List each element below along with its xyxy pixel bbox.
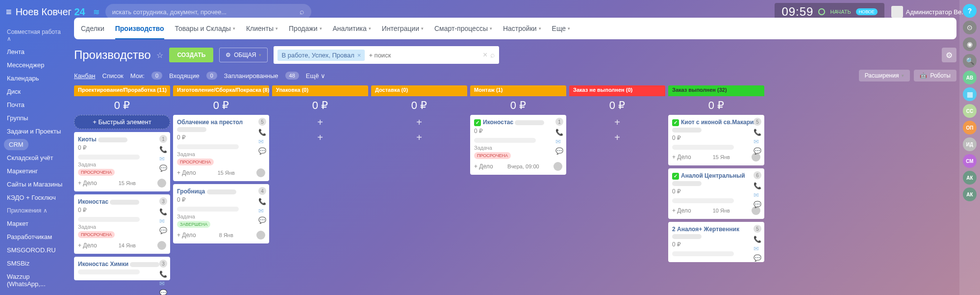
quick-add-button[interactable]: + Быстрый элемент: [74, 115, 170, 129]
card-action-icon[interactable]: 📞: [258, 129, 266, 136]
add-activity-button[interactable]: + Дело: [78, 180, 97, 187]
card-title[interactable]: Киоты: [78, 136, 166, 143]
robots-button[interactable]: 🤖Роботы: [914, 70, 956, 81]
card-action-icon[interactable]: ✉: [258, 138, 266, 145]
card-action-icon[interactable]: 💬: [258, 216, 266, 224]
rail-button[interactable]: АК: [963, 188, 977, 201]
card-action-icon[interactable]: 📞: [555, 129, 563, 136]
sidebar-item[interactable]: Почта: [0, 98, 71, 111]
add-activity-button[interactable]: + Дело: [672, 154, 691, 161]
add-activity-button[interactable]: + Дело: [672, 207, 691, 214]
add-card-button[interactable]: +: [371, 115, 467, 130]
sidebar-item[interactable]: Wazzup (WhatsApp,...: [0, 270, 71, 291]
sidebar-item[interactable]: КЭДО + Госключ: [0, 191, 71, 204]
tab-5[interactable]: Аналитика▾: [333, 25, 371, 32]
sidebar-item[interactable]: Диск: [0, 85, 71, 98]
kanban-card[interactable]: Иконостас Химки 3📞✉💬: [74, 257, 170, 280]
add-card-button[interactable]: +: [569, 130, 665, 145]
rail-button[interactable]: ⊙: [963, 21, 977, 34]
sidebar-item[interactable]: Приложения ∧: [0, 204, 71, 217]
search-icon[interactable]: ⌕: [300, 7, 304, 16]
sidebar-item[interactable]: SMSBiz: [0, 257, 71, 270]
hamburger-icon[interactable]: ≡: [6, 6, 12, 18]
add-activity-button[interactable]: + Дело: [177, 232, 196, 239]
card-action-icon[interactable]: 📞: [159, 270, 167, 278]
card-action-icon[interactable]: 📞: [258, 198, 266, 205]
search-icon[interactable]: ⌕: [490, 51, 495, 59]
extensions-button[interactable]: Расширения▾: [859, 70, 910, 81]
add-card-button[interactable]: +: [272, 115, 368, 130]
view-list[interactable]: Список: [102, 72, 124, 80]
filter-bar[interactable]: В работе, Успех, Провал× × ⌕: [274, 46, 499, 64]
sitemap-icon[interactable]: ≋: [93, 7, 100, 17]
kanban-card[interactable]: ✓Аналой Центральный 6📞✉💬0 ₽+ Дело10 Янв: [668, 168, 764, 219]
tab-8[interactable]: Настройки▾: [503, 25, 541, 32]
card-title[interactable]: ✓Киот с иконой св.Макария: [672, 119, 760, 133]
rail-button[interactable]: АК: [963, 171, 977, 185]
sidebar-item[interactable]: Складской учёт: [0, 151, 71, 164]
card-action-icon[interactable]: 💬: [159, 289, 167, 295]
play-icon[interactable]: [818, 8, 825, 15]
sidebar-item[interactable]: Задачи и Проекты: [0, 125, 71, 138]
tab-0[interactable]: Сделки: [81, 25, 104, 32]
kanban-card[interactable]: Иконостас 3📞✉💬0 ₽ЗадачаПРОСРОЧЕНА+ Дело1…: [74, 194, 170, 254]
kanban-card[interactable]: Гробница 4📞✉💬0 ₽ЗадачаЗАВЕРШЕНА+ Дело8 Я…: [173, 184, 269, 243]
rail-button[interactable]: ▦: [963, 87, 977, 101]
kanban-card[interactable]: 2 Аналоя+ Жертвенник 5📞✉💬0 ₽: [668, 222, 764, 262]
assignee-avatar-icon[interactable]: [256, 231, 265, 240]
sidebar-item[interactable]: Совместная работа ∧: [0, 26, 71, 45]
rail-button[interactable]: ?: [963, 4, 977, 18]
sidebar-item[interactable]: Маркет: [0, 217, 71, 230]
assignee-avatar-icon[interactable]: [256, 168, 265, 177]
page-settings-button[interactable]: ⚙: [942, 48, 956, 62]
remove-filter-icon[interactable]: ×: [357, 52, 361, 59]
view-planned[interactable]: Запланированные: [224, 72, 278, 80]
tab-4[interactable]: Продажи▾: [289, 25, 322, 32]
add-card-button[interactable]: +: [272, 130, 368, 145]
kanban-card[interactable]: ✓Киот с иконой св.Макария 5📞✉💬0 ₽+ Дело1…: [668, 115, 764, 165]
kanban-card[interactable]: ✓Иконостас 1📞✉💬0 ₽ЗадачаПРОСРОЧЕНА+ Дело…: [470, 115, 566, 175]
tab-7[interactable]: Смарт-процессы▾: [434, 25, 492, 32]
card-action-icon[interactable]: ✉: [754, 138, 761, 145]
card-title[interactable]: Гробница: [177, 188, 265, 195]
card-action-icon[interactable]: ✉: [754, 191, 761, 199]
card-action-icon[interactable]: ✉: [159, 280, 167, 287]
rail-button[interactable]: СС: [963, 104, 977, 118]
tab-1[interactable]: Производство: [115, 25, 164, 39]
sidebar-item[interactable]: SMSGOROD.RU: [0, 243, 71, 257]
sidebar-item[interactable]: Мессенджер: [0, 58, 71, 72]
tab-2[interactable]: Товары и Склады▾: [175, 25, 235, 32]
rail-button[interactable]: ОП: [963, 121, 977, 134]
tab-6[interactable]: Интеграции▾: [382, 25, 424, 32]
column-header[interactable]: Доставка (0): [371, 85, 467, 96]
rail-button[interactable]: ИД: [963, 137, 977, 151]
sidebar-item[interactable]: Разработчикам: [0, 230, 71, 243]
card-title[interactable]: 2 Аналоя+ Жертвенник: [672, 226, 760, 240]
sidebar-item[interactable]: Маркетинг: [0, 164, 71, 178]
filter-search-input[interactable]: [369, 52, 480, 59]
sidebar-item[interactable]: Сайты и Магазины: [0, 178, 71, 191]
view-more[interactable]: Ещё ∨: [306, 72, 326, 80]
filter-chip[interactable]: В работе, Успех, Провал×: [277, 50, 365, 61]
card-action-icon[interactable]: 💬: [754, 147, 761, 155]
global-search-input[interactable]: [112, 8, 300, 16]
card-action-icon[interactable]: ✉: [754, 245, 761, 252]
favorite-star-icon[interactable]: ☆: [156, 51, 163, 60]
tab-9[interactable]: Еще▾: [552, 25, 571, 32]
card-action-icon[interactable]: 📞: [754, 129, 761, 136]
add-card-button[interactable]: +: [371, 130, 467, 145]
column-header[interactable]: Заказ не выполнен (0): [569, 85, 665, 96]
column-header[interactable]: Проектирование/Проработка (11): [74, 85, 170, 96]
card-action-icon[interactable]: 💬: [258, 147, 266, 155]
card-action-icon[interactable]: 💬: [754, 254, 761, 262]
card-action-icon[interactable]: 💬: [159, 164, 167, 172]
create-button[interactable]: СОЗДАТЬ: [169, 48, 213, 62]
card-action-icon[interactable]: 📞: [159, 208, 167, 215]
card-title[interactable]: Иконостас: [78, 198, 166, 205]
rail-button[interactable]: ◉: [963, 37, 977, 51]
column-header[interactable]: Упаковка (0): [272, 85, 368, 96]
add-activity-button[interactable]: + Дело: [177, 169, 196, 176]
kanban-card[interactable]: Киоты 1📞✉💬0 ₽ЗадачаПРОСРОЧЕНА+ Дело15 Ян…: [74, 132, 170, 191]
rail-button[interactable]: СМ: [963, 154, 977, 168]
card-action-icon[interactable]: 💬: [159, 227, 167, 234]
